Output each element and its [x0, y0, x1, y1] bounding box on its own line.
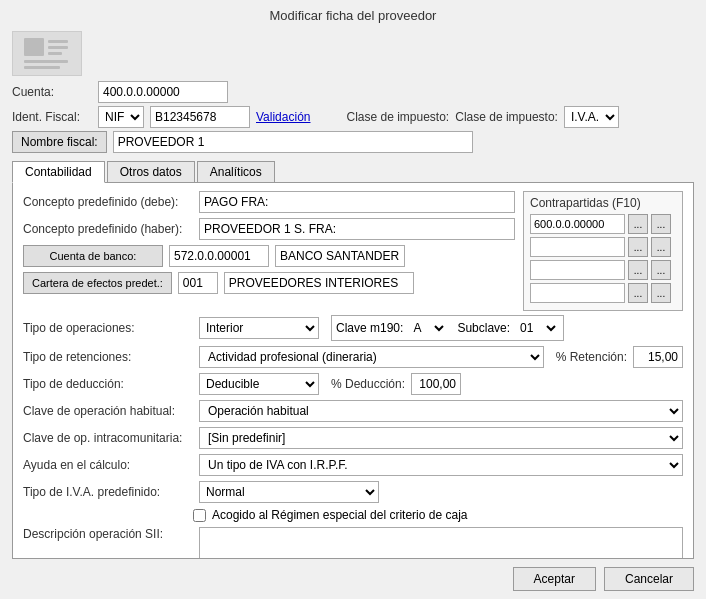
contrapartidas-box: Contrapartidas (F10) ... ... ... ... ...… [523, 191, 683, 311]
subclave-select[interactable]: 01 [514, 317, 559, 339]
tab-otros-datos-label: Otros datos [120, 165, 182, 179]
contrapartida-input-2[interactable] [530, 260, 625, 280]
contrapartida-row-1: ... ... [530, 237, 676, 257]
tab-contabilidad[interactable]: Contabilidad [12, 161, 105, 183]
validacion-link[interactable]: Validación [256, 110, 310, 124]
contrapartida-row-3: ... ... [530, 283, 676, 303]
contrapartida-btn-a-2[interactable]: ... [628, 260, 648, 280]
nombre-fiscal-btn[interactable]: Nombre fiscal: [12, 131, 107, 153]
tipo-operaciones-label: Tipo de operaciones: [23, 321, 193, 335]
ident-fiscal-select[interactable]: NIF [98, 106, 144, 128]
cancelar-label: Cancelar [625, 572, 673, 586]
concepto-haber-input[interactable] [199, 218, 515, 240]
subclave-label: Subclave: [457, 321, 510, 335]
cuenta-input[interactable] [98, 81, 228, 103]
pct-retencion-label: % Retención: [556, 350, 627, 364]
descripcion-textarea[interactable] [199, 527, 683, 559]
svg-rect-4 [24, 60, 68, 63]
clave-intracomunitaria-select[interactable]: [Sin predefinir] [199, 427, 683, 449]
concepto-haber-row: Concepto predefinido (haber): [23, 218, 515, 240]
aceptar-label: Aceptar [534, 572, 575, 586]
tipo-deduccion-row: Tipo de deducción: Deducible % Deducción… [23, 373, 683, 395]
clase-impuesto-label: Clase de impuesto: [346, 110, 449, 124]
descripcion-label: Descripción operación SII: [23, 527, 193, 541]
nombre-fiscal-input[interactable] [113, 131, 473, 153]
cartera-name-input[interactable] [224, 272, 414, 294]
pct-deduccion-label: % Deducción: [331, 377, 405, 391]
clave-intracomunitaria-row: Clave de op. intracomunitaria: [Sin pred… [23, 427, 683, 449]
clase-impuesto-select[interactable]: I.V.A. [564, 106, 619, 128]
concepto-debe-row: Concepto predefinido (debe): [23, 191, 515, 213]
cuenta-banco-btn[interactable]: Cuenta de banco: [23, 245, 163, 267]
contrapartida-btn-b-1[interactable]: ... [651, 237, 671, 257]
aceptar-button[interactable]: Aceptar [513, 567, 596, 591]
tab-analiticos-label: Analíticos [210, 165, 262, 179]
tipo-operaciones-select[interactable]: Interior [199, 317, 319, 339]
clave-habitual-select[interactable]: Operación habitual [199, 400, 683, 422]
clave-m190-group: Clave m190: A Subclave: 01 [331, 315, 564, 341]
concepto-debe-label: Concepto predefinido (debe): [23, 195, 193, 209]
tipo-deduccion-label: Tipo de deducción: [23, 377, 193, 391]
tab-content: Concepto predefinido (debe): Concepto pr… [12, 183, 694, 559]
main-window: Modificar ficha del proveedor Cuenta: Id… [0, 0, 706, 599]
cuenta-banco-name-input[interactable] [275, 245, 405, 267]
ident-fiscal-label: Ident. Fiscal: [12, 110, 92, 124]
acogido-row: Acogido al Régimen especial del criterio… [193, 508, 683, 522]
contrapartida-btn-a-0[interactable]: ... [628, 214, 648, 234]
contrapartida-input-0[interactable] [530, 214, 625, 234]
svg-rect-3 [48, 52, 62, 55]
contrapartida-btn-b-2[interactable]: ... [651, 260, 671, 280]
ayuda-calculo-label: Ayuda en el cálculo: [23, 458, 193, 472]
svg-rect-1 [48, 40, 68, 43]
pct-deduccion-input[interactable] [411, 373, 461, 395]
svg-rect-0 [24, 38, 44, 56]
contrapartida-input-1[interactable] [530, 237, 625, 257]
tab-analiticos[interactable]: Analíticos [197, 161, 275, 182]
contrapartida-row-0: ... ... [530, 214, 676, 234]
tipo-retenciones-select[interactable]: Actividad profesional (dineraria) [199, 346, 544, 368]
cuenta-row: Cuenta: [12, 81, 694, 103]
acogido-label: Acogido al Régimen especial del criterio… [212, 508, 467, 522]
top-section: Concepto predefinido (debe): Concepto pr… [23, 191, 683, 311]
logo-icon [22, 36, 72, 71]
clave-m190-label: Clave m190: [336, 321, 403, 335]
tabs-bar: Contabilidad Otros datos Analíticos [12, 161, 694, 183]
tipo-iva-select[interactable]: Normal [199, 481, 379, 503]
contrapartida-btn-b-3[interactable]: ... [651, 283, 671, 303]
descripcion-row: Descripción operación SII: [23, 527, 683, 559]
cuenta-banco-row: Cuenta de banco: [23, 245, 515, 267]
cuenta-banco-code-input[interactable] [169, 245, 269, 267]
clave-intracomunitaria-label: Clave de op. intracomunitaria: [23, 431, 193, 445]
contrapartida-btn-a-1[interactable]: ... [628, 237, 648, 257]
left-section: Concepto predefinido (debe): Concepto pr… [23, 191, 515, 311]
tipo-retenciones-row: Tipo de retenciones: Actividad profesion… [23, 346, 683, 368]
cartera-code-input[interactable] [178, 272, 218, 294]
ident-fiscal-input[interactable] [150, 106, 250, 128]
cancelar-button[interactable]: Cancelar [604, 567, 694, 591]
contrapartida-input-3[interactable] [530, 283, 625, 303]
clave-m190-select[interactable]: A [407, 317, 447, 339]
window-title: Modificar ficha del proveedor [0, 0, 706, 27]
pct-retencion-input[interactable] [633, 346, 683, 368]
cartera-btn[interactable]: Cartera de efectos predet.: [23, 272, 172, 294]
tab-otros-datos[interactable]: Otros datos [107, 161, 195, 182]
tipo-deduccion-select[interactable]: Deducible [199, 373, 319, 395]
tipo-retenciones-label: Tipo de retenciones: [23, 350, 193, 364]
nombre-fiscal-row: Nombre fiscal: [12, 131, 694, 153]
contrapartida-row-2: ... ... [530, 260, 676, 280]
title-text: Modificar ficha del proveedor [270, 8, 437, 23]
contrapartida-btn-b-0[interactable]: ... [651, 214, 671, 234]
svg-rect-5 [24, 66, 60, 69]
ayuda-calculo-select[interactable]: Un tipo de IVA con I.R.P.F. [199, 454, 683, 476]
logo-placeholder [12, 31, 82, 76]
cuenta-label: Cuenta: [12, 85, 92, 99]
concepto-debe-input[interactable] [199, 191, 515, 213]
contrapartida-btn-a-3[interactable]: ... [628, 283, 648, 303]
clave-habitual-row: Clave de operación habitual: Operación h… [23, 400, 683, 422]
tipo-iva-row: Tipo de I.V.A. predefinido: Normal [23, 481, 683, 503]
header-area [0, 27, 706, 77]
clase-impuesto-label-text: Clase de impuesto: [455, 110, 558, 124]
contrapartidas-title: Contrapartidas (F10) [530, 196, 676, 210]
acogido-checkbox[interactable] [193, 509, 206, 522]
svg-rect-2 [48, 46, 68, 49]
